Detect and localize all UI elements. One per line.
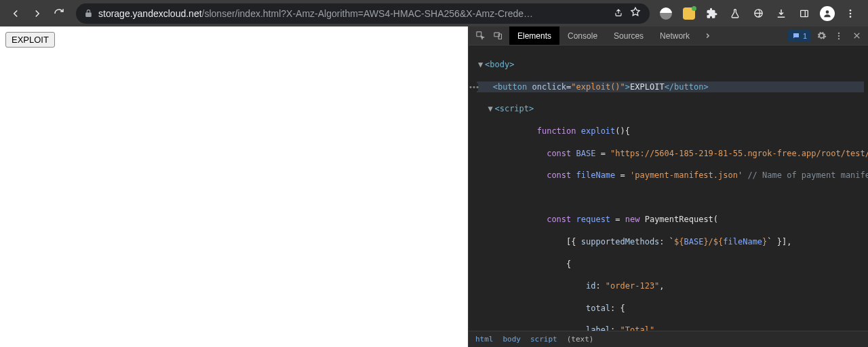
tab-sources[interactable]: Sources [606, 26, 652, 45]
downloads-icon[interactable] [772, 4, 791, 23]
extensions-puzzle-icon[interactable] [703, 4, 722, 23]
crumb-html[interactable]: html [475, 335, 494, 344]
crumb-script[interactable]: script [530, 335, 557, 344]
devtools-tabbar: Elements Console Sources Network 1 [469, 26, 868, 45]
inspect-element-icon[interactable] [473, 29, 488, 43]
forward-button[interactable] [27, 3, 47, 24]
devtools-panel: Elements Console Sources Network 1 [468, 26, 868, 347]
svg-point-2 [826, 10, 829, 14]
share-icon[interactable] [613, 7, 624, 20]
extension-shield-icon[interactable] [656, 4, 675, 23]
crumb-body[interactable]: body [503, 335, 521, 344]
device-toolbar-icon[interactable] [490, 29, 505, 43]
extensions-area [656, 4, 863, 23]
collapsed-indicator: ••• [469, 84, 478, 91]
crumb-text[interactable]: (text) [567, 335, 594, 344]
extension-leaf-icon[interactable] [749, 4, 768, 23]
profile-avatar[interactable] [818, 4, 837, 23]
address-bar[interactable]: storage.yandexcloud.net/slonser/index.ht… [76, 3, 650, 24]
tab-console[interactable]: Console [559, 26, 606, 45]
devtools-menu-icon[interactable] [831, 29, 846, 43]
extension-modheader-icon[interactable] [679, 4, 698, 23]
svg-point-5 [850, 16, 852, 18]
browser-toolbar: storage.yandexcloud.net/slonser/index.ht… [0, 0, 868, 26]
settings-gear-icon[interactable] [814, 29, 829, 43]
chrome-menu-icon[interactable] [841, 4, 860, 23]
devtools-close-icon[interactable] [849, 29, 864, 43]
reload-button[interactable] [49, 3, 69, 24]
svg-point-9 [838, 32, 840, 33]
lock-icon [84, 9, 93, 18]
back-button[interactable] [5, 3, 26, 24]
page-content: EXPLOIT [0, 26, 468, 347]
extension-flask-icon[interactable] [726, 4, 745, 23]
svg-rect-1 [801, 10, 808, 16]
tab-network[interactable]: Network [652, 26, 698, 45]
issues-badge[interactable]: 1 [788, 30, 811, 42]
more-tabs-icon[interactable] [703, 31, 713, 41]
svg-point-11 [838, 37, 840, 39]
tab-elements[interactable]: Elements [509, 26, 559, 45]
exploit-button[interactable]: EXPLOIT [5, 32, 55, 48]
elements-tree[interactable]: ••• ▼<body> <button onclick="exploit()">… [469, 45, 868, 331]
side-panel-icon[interactable] [795, 4, 814, 23]
svg-point-4 [850, 12, 852, 14]
svg-point-3 [850, 10, 852, 12]
bookmark-star-icon[interactable] [629, 6, 642, 21]
elements-breadcrumb[interactable]: html body script (text) [469, 331, 868, 347]
svg-point-10 [838, 35, 840, 36]
url-text: storage.yandexcloud.net/slonser/index.ht… [98, 8, 608, 19]
